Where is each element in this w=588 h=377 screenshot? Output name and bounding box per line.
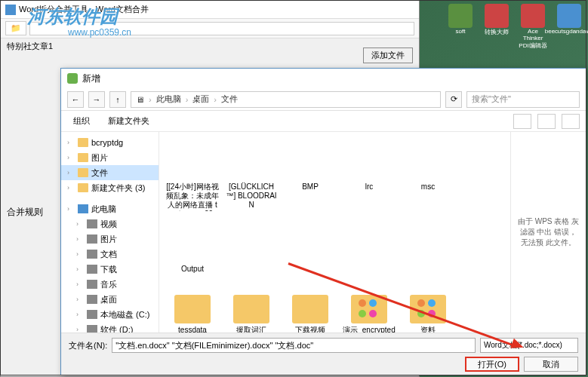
search-input[interactable]: 搜索"文件" (466, 91, 580, 108)
parent-menu[interactable]: 特别社文章1 (1, 38, 419, 54)
parent-titlebar: Word拆分合并工具 - Word文档合并 (1, 1, 419, 19)
sidebar-item[interactable]: ›图片 (61, 231, 159, 247)
sidebar-item[interactable]: ›本地磁盘 (C:) (61, 307, 159, 322)
search-placeholder: 搜索"文件" (472, 93, 511, 105)
breadcrumb[interactable]: 🖥 › 此电脑 › 桌面 › 文件 (131, 91, 441, 108)
dialog-title-text: 新增 (82, 72, 100, 85)
view-mode-button[interactable] (513, 114, 531, 129)
dialog-nav: ← → ↑ 🖥 › 此电脑 › 桌面 › 文件 ⟳ 搜索"文件" (61, 88, 586, 111)
file-item[interactable]: 援取词汇 (223, 286, 280, 333)
parent-folder-button[interactable]: 📁 (5, 21, 26, 35)
help-button[interactable] (562, 114, 580, 129)
sidebar-item[interactable]: ›新建文件夹 (3) (61, 180, 159, 195)
parent-title-text: Word拆分合并工具 - Word文档合并 (19, 4, 149, 15)
sidebar-item[interactable]: ›下载 (61, 262, 159, 277)
nav-back-button[interactable]: ← (67, 91, 84, 108)
sidebar-item[interactable]: ›文件 (61, 165, 159, 180)
preview-toggle-button[interactable] (537, 114, 556, 129)
dialog-footer: 文件名(N): Word文档(*.doc;*.docx) 打开(O) 取消 (61, 333, 586, 375)
filename-label: 文件名(N): (69, 340, 107, 351)
filter-text: Word文档(*.doc;*.docx) (484, 340, 562, 351)
organize-button[interactable]: 组织 (67, 114, 96, 128)
sidebar-item[interactable]: ›桌面 (61, 292, 159, 307)
parent-path-input[interactable] (29, 22, 414, 35)
sidebar-item[interactable]: ›图片 (61, 150, 159, 165)
file-open-dialog: 新增 ← → ↑ 🖥 › 此电脑 › 桌面 › 文件 ⟳ 搜索"文件" 组织 新… (60, 68, 586, 375)
sidebar-item[interactable]: ›此电脑 (61, 201, 159, 216)
filename-input[interactable] (112, 338, 476, 353)
preview-text: 由于 WPS 表格 灰滤器 中出 错误，无法预 此文件。 (517, 216, 580, 248)
file-item[interactable]: lrc (340, 136, 398, 214)
dialog-toolbar: 组织 新建文件夹 (61, 111, 586, 132)
sidebar-item[interactable]: ›文档 (61, 247, 159, 262)
file-item[interactable]: [[24小时]网络视频乱象：未成年人的网络直播 tv.cctv.com_20..… (164, 136, 221, 214)
app-icon (5, 5, 16, 15)
dialog-titlebar: 新增 (61, 69, 586, 88)
pc-icon: 🖥 (136, 95, 144, 104)
nav-refresh-button[interactable]: ⟳ (445, 91, 462, 108)
crumb-folder[interactable]: 文件 (221, 93, 238, 105)
sidebar-item[interactable]: ›bcryptdg (61, 135, 159, 150)
cancel-button[interactable]: 取消 (524, 357, 578, 372)
file-item[interactable]: Output (164, 219, 221, 277)
crumb-pc[interactable]: 此电脑 (156, 93, 181, 105)
desktop-icon[interactable]: Ace Thinker PDI编辑器 (518, 4, 548, 50)
add-file-button[interactable]: 添加文件 (363, 48, 413, 63)
file-item[interactable]: 演示_encrypted_解密 (340, 286, 398, 333)
file-item[interactable]: 资料 (399, 286, 457, 333)
dialog-icon (67, 73, 78, 84)
file-item[interactable]: tessdata (164, 286, 221, 333)
nav-forward-button[interactable]: → (88, 91, 105, 108)
sidebar: ›bcryptdg›图片›文件›新建文件夹 (3)›此电脑›视频›图片›文档›下… (61, 132, 159, 333)
new-folder-button[interactable]: 新建文件夹 (102, 114, 155, 128)
file-grid: [[24小时]网络视频乱象：未成年人的网络直播 tv.cctv.com_20..… (159, 132, 510, 333)
open-button[interactable]: 打开(O) (465, 357, 519, 372)
nav-up-button[interactable]: ↑ (109, 91, 126, 108)
desktop-icon[interactable]: 转换大师 (482, 4, 512, 50)
file-item[interactable]: msc (399, 136, 457, 214)
crumb-desktop[interactable]: 桌面 (192, 93, 209, 105)
desktop-icon[interactable]: soft (445, 4, 476, 50)
desktop-icon[interactable]: beecutsgdandaw.. (554, 4, 584, 50)
sidebar-item[interactable]: ›音乐 (61, 277, 159, 292)
file-item[interactable]: BMP (282, 136, 339, 214)
file-item[interactable]: [GLÜCKLICH ™] BLOODRAIN (223, 136, 280, 214)
sidebar-item[interactable]: ›视频 (61, 216, 159, 231)
preview-pane: 由于 WPS 表格 灰滤器 中出 错误，无法预 此文件。 (510, 132, 586, 333)
file-item[interactable]: 下载视频 (282, 286, 339, 333)
file-filter-combo[interactable]: Word文档(*.doc;*.docx) (480, 338, 578, 353)
parent-toolbar: 📁 (1, 19, 419, 38)
merge-rule-label: 合并规则 (7, 206, 43, 219)
sidebar-item[interactable]: ›软件 (D:) (61, 322, 159, 333)
